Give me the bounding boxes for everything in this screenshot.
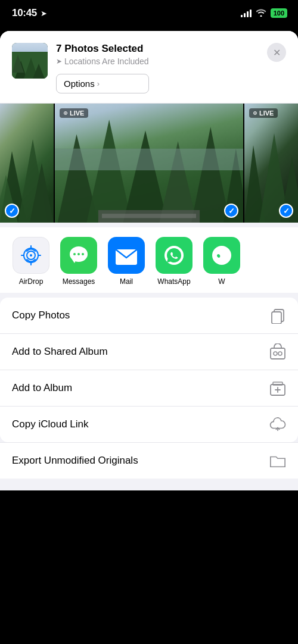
live-text-2: LIVE xyxy=(70,110,84,117)
add-album-label: Add to Album xyxy=(12,382,72,394)
mail-svg xyxy=(114,246,138,265)
svg-point-36 xyxy=(82,253,84,255)
live-text-3: LIVE xyxy=(259,110,274,117)
signal-bar-4 xyxy=(250,10,252,17)
svg-rect-46 xyxy=(273,382,283,385)
svg-point-43 xyxy=(274,352,277,355)
svg-point-34 xyxy=(73,253,76,255)
action-export-originals[interactable]: Export Unmodified Originals xyxy=(0,442,298,479)
messages-svg xyxy=(67,244,90,267)
add-shared-album-label: Add to Shared Album xyxy=(12,346,108,358)
location-subtitle: ➤ Locations Are Included xyxy=(56,57,149,66)
photo-check-2: ✓ xyxy=(224,204,238,218)
signal-bar-2 xyxy=(244,13,246,17)
share-icons-section: AirDrop Messages xyxy=(0,227,298,293)
svg-point-39 xyxy=(212,246,231,265)
album-icon xyxy=(269,380,286,396)
copy-photos-label: Copy Photos xyxy=(12,310,70,321)
svg-point-27 xyxy=(30,254,32,257)
airdrop-icon-wrapper xyxy=(13,237,49,274)
action-copy-photos[interactable]: Copy Photos xyxy=(0,298,298,334)
status-bar: 10:45 ➤ 100 xyxy=(0,0,298,26)
svg-rect-41 xyxy=(272,312,281,324)
svg-point-35 xyxy=(77,253,80,255)
photo-count-title: 7 Photos Selected xyxy=(56,43,149,55)
mail-icon-wrapper xyxy=(108,237,145,274)
options-label: Options xyxy=(64,79,95,89)
wifi-icon xyxy=(256,8,266,18)
share-icons-scroll: AirDrop Messages xyxy=(0,237,298,286)
action-add-shared-album[interactable]: Add to Shared Album xyxy=(0,334,298,370)
location-icon: ➤ xyxy=(41,9,47,18)
whatsapp-svg xyxy=(162,243,186,267)
header-left: 7 Photos Selected ➤ Locations Are Includ… xyxy=(12,43,149,93)
more-label: W xyxy=(218,277,225,286)
share-icon-airdrop[interactable]: AirDrop xyxy=(10,237,52,286)
photo-thumbnail xyxy=(12,43,48,79)
status-left: 10:45 ➤ xyxy=(12,7,47,19)
cloud-icon xyxy=(269,416,286,433)
share-icon-more[interactable]: W xyxy=(200,237,243,286)
copy-icon xyxy=(269,307,286,324)
action-copy-icloud[interactable]: Copy iCloud Link xyxy=(0,407,298,442)
photo-check-1: ✓ xyxy=(5,204,19,218)
photo-item-1: ✓ xyxy=(0,104,54,223)
status-time: 10:45 xyxy=(12,7,37,19)
close-button[interactable]: ✕ xyxy=(267,43,286,62)
more-svg xyxy=(210,244,233,267)
share-sheet: 7 Photos Selected ➤ Locations Are Includ… xyxy=(0,31,298,490)
options-chevron-icon: › xyxy=(97,79,100,88)
bottom-spacer xyxy=(0,479,298,490)
whatsapp-icon-wrapper xyxy=(156,237,193,274)
header-info: 7 Photos Selected ➤ Locations Are Includ… xyxy=(56,43,149,93)
location-arrow-icon: ➤ xyxy=(56,57,62,65)
airdrop-label: AirDrop xyxy=(19,277,44,286)
more-icon-wrapper xyxy=(203,237,240,274)
action-list: Copy Photos Add to Shared Album Add xyxy=(0,298,298,442)
action-add-album[interactable]: Add to Album xyxy=(0,370,298,407)
mail-label: Mail xyxy=(120,277,133,286)
photo-item-3: LIVE ✓ xyxy=(244,104,298,223)
svg-rect-18 xyxy=(55,149,243,170)
photos-strip: ✓ xyxy=(0,104,298,223)
photo-check-3: ✓ xyxy=(279,204,293,218)
share-header: 7 Photos Selected ➤ Locations Are Includ… xyxy=(0,31,298,104)
svg-point-44 xyxy=(278,352,282,355)
battery-indicator: 100 xyxy=(271,8,287,18)
svg-rect-42 xyxy=(271,348,285,359)
share-icon-messages[interactable]: Messages xyxy=(57,237,100,286)
status-right: 100 xyxy=(241,8,287,18)
messages-icon-wrapper xyxy=(60,237,97,274)
signal-bars xyxy=(241,9,252,17)
messages-label: Messages xyxy=(63,277,95,286)
airdrop-svg xyxy=(18,243,44,268)
share-icon-mail[interactable]: Mail xyxy=(105,237,148,286)
shared-album-icon xyxy=(269,343,286,360)
folder-icon xyxy=(269,452,286,469)
live-badge-2: LIVE xyxy=(60,108,88,118)
whatsapp-label: WhatsApp xyxy=(157,277,190,286)
share-icon-whatsapp[interactable]: WhatsApp xyxy=(153,237,195,286)
live-badge-3: LIVE xyxy=(249,108,278,118)
location-text: Locations Are Included xyxy=(64,57,149,66)
copy-icloud-label: Copy iCloud Link xyxy=(12,418,89,430)
options-button[interactable]: Options › xyxy=(56,74,149,93)
svg-rect-20 xyxy=(102,214,196,218)
export-originals-label: Export Unmodified Originals xyxy=(12,455,138,467)
signal-bar-1 xyxy=(241,15,243,17)
photo-item-2: LIVE ✓ xyxy=(55,104,243,223)
signal-bar-3 xyxy=(247,11,249,17)
